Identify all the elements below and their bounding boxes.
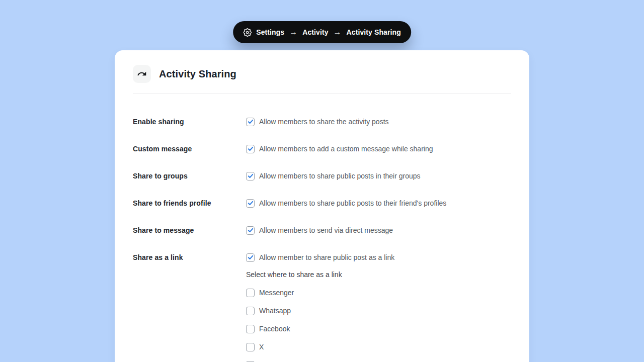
checkbox-label: X (259, 342, 264, 352)
arrow-right-icon: → (289, 28, 298, 36)
row-label: Share to groups (133, 171, 246, 181)
checkbox-label: Allow members to send via direct message (259, 225, 393, 235)
checkbox-label: Linkdin (259, 360, 281, 362)
share-to-groups-checkbox[interactable] (246, 172, 255, 180)
breadcrumb-item-activity[interactable]: Activity (302, 28, 328, 36)
row-label: Share as a link (133, 252, 246, 262)
share-link-prompt: Select where to share as a link (246, 269, 511, 280)
row-share-to-groups: Share to groups Allow members to share p… (133, 171, 511, 181)
breadcrumb-item-settings[interactable]: Settings (256, 28, 284, 36)
checkbox-label: Allow members to add a custom message wh… (259, 144, 433, 154)
list-item: X (246, 342, 511, 352)
checkmark-icon (248, 200, 254, 206)
divider (133, 94, 511, 94)
settings-rows: Enable sharing Allow members to share th… (133, 117, 511, 362)
list-item: Messenger (246, 288, 511, 298)
row-label: Share to friends profile (133, 198, 246, 208)
list-item: Whatsapp (246, 306, 511, 316)
breadcrumb: Settings → Activity → Activity Sharing (233, 21, 411, 43)
card-header: Activity Sharing (133, 65, 511, 83)
row-share-to-message: Share to message Allow members to send v… (133, 225, 511, 235)
checkmark-icon (248, 146, 254, 152)
share-to-friends-profile-checkbox[interactable] (246, 199, 255, 208)
breadcrumb-item-activity-sharing[interactable]: Activity Sharing (347, 28, 401, 36)
checkbox-label: Allow member to share public post as a l… (259, 252, 394, 262)
share-to-message-checkbox[interactable] (246, 226, 255, 235)
gear-icon (243, 28, 252, 37)
checkbox-label: Messenger (259, 288, 294, 298)
checkmark-icon (248, 227, 254, 233)
row-label: Custom message (133, 144, 246, 154)
row-share-as-link: Share as a link Allow member to share pu… (133, 252, 511, 362)
checkbox-label: Facebook (259, 324, 290, 334)
checkbox-label: Allow members to share the activity post… (259, 117, 389, 127)
enable-sharing-checkbox[interactable] (246, 118, 255, 126)
messenger-checkbox[interactable] (246, 289, 255, 297)
row-label: Share to message (133, 225, 246, 235)
row-share-to-friends-profile: Share to friends profile Allow members t… (133, 198, 511, 208)
whatsapp-checkbox[interactable] (246, 307, 255, 315)
facebook-checkbox[interactable] (246, 325, 255, 333)
page-title: Activity Sharing (159, 68, 236, 80)
arrow-right-icon: → (333, 28, 342, 36)
row-custom-message: Custom message Allow members to add a cu… (133, 144, 511, 154)
checkmark-icon (248, 173, 254, 179)
x-checkbox[interactable] (246, 343, 255, 351)
list-item: Facebook (246, 324, 511, 334)
activity-sharing-card: Activity Sharing Enable sharing Allow me… (115, 50, 529, 362)
share-as-link-checkbox[interactable] (246, 253, 255, 262)
checkmark-icon (248, 254, 254, 260)
row-label: Enable sharing (133, 117, 246, 127)
share-forward-icon (133, 65, 151, 83)
custom-message-checkbox[interactable] (246, 145, 255, 153)
list-item: Linkdin (246, 360, 511, 362)
row-enable-sharing: Enable sharing Allow members to share th… (133, 117, 511, 127)
checkmark-icon (248, 119, 254, 125)
checkbox-label: Allow members to share public posts to t… (259, 198, 446, 208)
checkbox-label: Allow members to share public posts in t… (259, 171, 421, 181)
checkbox-label: Whatsapp (259, 306, 291, 316)
